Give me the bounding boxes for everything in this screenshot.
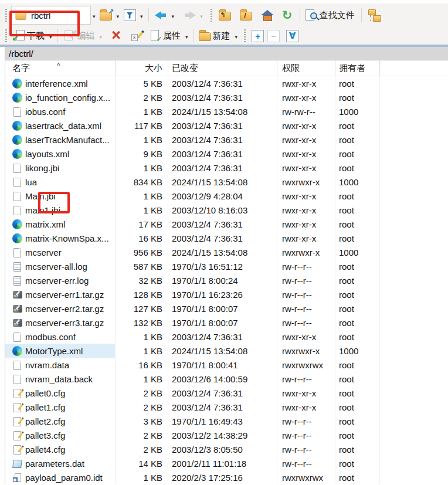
- edit-label: 编辑: [77, 30, 95, 42]
- file-row[interactable]: pallet1.cfg 2 KB 2003/12/4 7:36:31 rwxr-…: [5, 400, 448, 414]
- parent-directory-button[interactable]: ↰: [216, 8, 234, 23]
- open-directory-chevron-icon[interactable]: [117, 10, 120, 21]
- file-row[interactable]: interference.xml 5 KB 2003/12/4 7:36:31 …: [5, 76, 448, 90]
- delete-button[interactable]: [107, 28, 125, 43]
- file-row[interactable]: laserTrackManufact... 1 KB 2003/12/4 7:3…: [5, 133, 448, 147]
- download-button[interactable]: 下载: [11, 28, 47, 43]
- file-name: pallet4.cfg: [25, 445, 65, 455]
- column-header-permissions[interactable]: 权限: [277, 60, 335, 76]
- location-combo[interactable]: rbctrl: [11, 6, 91, 25]
- file-row[interactable]: likong.jbi 1 KB 2003/12/4 7:36:31 rwxr-x…: [5, 161, 448, 175]
- file-row[interactable]: lua 834 KB 2024/1/15 13:54:08 rwxrwxr-x …: [5, 175, 448, 189]
- forward-history-chevron-icon: [200, 10, 203, 21]
- file-row[interactable]: mcserver 956 KB 2024/1/15 13:54:08 rwxrw…: [5, 245, 448, 259]
- file-row[interactable]: payload_param0.idt 1 KB 2020/2/3 17:25:1…: [5, 470, 448, 484]
- file-name-cell: pallet3.cfg: [5, 428, 116, 442]
- cfg-file-icon: [12, 402, 22, 412]
- file-changed: 1970/1/3 16:51:12: [168, 259, 277, 273]
- file-owner: 1000: [335, 245, 380, 259]
- refresh-button[interactable]: [279, 8, 296, 23]
- file-row-filler: [380, 456, 448, 470]
- toolbar-grip[interactable]: [5, 29, 8, 42]
- column-header-owner[interactable]: 拥有者: [335, 60, 380, 76]
- file-changed: 1970/1/1 8:00:24: [168, 273, 277, 287]
- new-button[interactable]: 新建: [198, 28, 233, 43]
- file-owner: 1000: [335, 175, 380, 189]
- file-row[interactable]: matrix.xml 17 KB 2003/12/4 7:36:31 rwxr-…: [5, 217, 448, 231]
- file-row[interactable]: pallet0.cfg 2 KB 2003/12/4 7:36:31 rwxr-…: [5, 386, 448, 400]
- toolbar-grip[interactable]: [5, 9, 8, 22]
- invert-selection-button[interactable]: ∀: [286, 30, 298, 42]
- file-name-cell: matrix.xml: [5, 217, 116, 231]
- file-name: lua: [25, 177, 37, 187]
- file-changed: 1970/1/1 8:00:41: [168, 358, 277, 372]
- properties-button[interactable]: 属性: [148, 28, 184, 43]
- forward-button[interactable]: [181, 8, 198, 23]
- filter-icon: [124, 9, 136, 21]
- file-row[interactable]: mcserver-err2.tar.gz 127 KB 1970/1/1 8:0…: [5, 301, 448, 316]
- file-changed: 2003/12/4 7:36:31: [168, 90, 277, 104]
- edge-file-icon: [12, 219, 22, 229]
- file-row[interactable]: mcserver-all.log 587 KB 1970/1/3 16:51:1…: [5, 259, 448, 273]
- file-row[interactable]: iobus.conf 1 KB 2024/1/15 13:54:08 rw-rw…: [5, 104, 448, 118]
- new-chevron-icon[interactable]: [235, 30, 238, 41]
- file-row[interactable]: io_function_config.x... 2 KB 2003/12/4 7…: [5, 90, 448, 104]
- file-name: io_function_config.x...: [25, 93, 110, 103]
- synchronize-browsing-button[interactable]: [365, 8, 383, 23]
- filter-button[interactable]: [121, 8, 138, 23]
- file-size: 127 KB: [116, 301, 168, 316]
- dat-file-icon: [12, 459, 22, 469]
- refresh-icon: [282, 9, 293, 22]
- back-button[interactable]: [152, 8, 170, 23]
- file-row[interactable]: lasertrack_data.xml 117 KB 2003/12/4 7:3…: [5, 118, 448, 133]
- location-dropdown-chevron-icon[interactable]: [93, 10, 96, 21]
- open-directory-button[interactable]: ↗: [97, 8, 115, 23]
- file-owner: root: [335, 161, 380, 175]
- file-row[interactable]: MotorType.xml 1 KB 2024/1/15 13:54:08 rw…: [5, 344, 448, 358]
- find-files-label: 查找文件: [320, 10, 355, 21]
- new-folder-icon: [199, 32, 211, 41]
- file-size: 1 KB: [116, 189, 168, 203]
- home-directory-button[interactable]: [259, 8, 276, 23]
- home-icon: [261, 10, 274, 21]
- file-owner: root: [335, 428, 380, 442]
- file-row[interactable]: modbus.conf 1 KB 2003/12/4 7:36:31 rwxr-…: [5, 330, 448, 344]
- file-name: lasertrack_data.xml: [25, 121, 101, 131]
- file-name: parameters.dat: [25, 459, 84, 469]
- file-row[interactable]: mcserver-err.log 32 KB 1970/1/1 8:00:24 …: [5, 273, 448, 287]
- log-file-icon: [12, 262, 22, 272]
- column-header-changed[interactable]: 已改变: [168, 60, 277, 76]
- file-row[interactable]: nvram.data 16 KB 1970/1/1 8:00:41 rwxrwx…: [5, 358, 448, 372]
- file-row[interactable]: pallet3.cfg 2 KB 2003/12/2 14:38:29 rw-r…: [5, 428, 448, 442]
- file-row[interactable]: main1.jbi 1 KB 2003/12/10 8:16:03 rwxr-x…: [5, 203, 448, 217]
- file-row[interactable]: matrix-KnownSpa.x... 16 KB 2003/12/4 7:3…: [5, 231, 448, 245]
- file-row[interactable]: Main.jbi 1 KB 2003/12/9 4:28:04 rwxr-xr-…: [5, 189, 448, 203]
- file-row[interactable]: pallet4.cfg 2 KB 2003/12/3 8:05:50 rw-r-…: [5, 442, 448, 456]
- column-header-name[interactable]: 名字 ^: [5, 60, 116, 76]
- download-chevron-icon[interactable]: [49, 30, 52, 41]
- rename-button[interactable]: [128, 28, 146, 43]
- file-row[interactable]: pallet2.cfg 3 KB 1970/1/1 16:49:43 rw-r-…: [5, 414, 448, 428]
- location-combo-value: rbctrl: [31, 11, 87, 21]
- magnifier-icon: [310, 12, 317, 19]
- file-row[interactable]: layouts.xml 9 KB 2003/12/4 7:36:31 rwxr-…: [5, 147, 448, 161]
- find-files-button[interactable]: 查找文件: [304, 8, 358, 23]
- select-button[interactable]: +: [252, 30, 264, 42]
- file-row[interactable]: mcserver-err1.tar.gz 128 KB 1970/1/1 16:…: [5, 287, 448, 301]
- file-row[interactable]: mcserver-err3.tar.gz 132 KB 1970/1/1 8:0…: [5, 316, 448, 330]
- toolbar-grip[interactable]: [211, 9, 213, 22]
- path-bar[interactable]: /rbctrl/: [5, 47, 448, 60]
- column-header-size[interactable]: 大小: [116, 60, 168, 76]
- file-row[interactable]: parameters.dat 14 KB 2001/2/11 11:01:18 …: [5, 456, 448, 470]
- file-row-filler: [380, 273, 448, 287]
- back-history-chevron-icon[interactable]: [172, 10, 175, 21]
- file-row[interactable]: nvram_data.back 1 KB 2003/12/6 14:00:59 …: [5, 372, 448, 386]
- toolbar-grip[interactable]: [244, 29, 246, 42]
- properties-chevron-icon[interactable]: [185, 30, 188, 41]
- file-row-filler: [380, 161, 448, 175]
- root-directory-button[interactable]: /: [237, 8, 255, 23]
- filter-chevron-icon[interactable]: [140, 10, 143, 21]
- file-permissions: rw-r--r--: [277, 456, 335, 470]
- file-name-cell: pallet0.cfg: [5, 386, 116, 400]
- file-name: iobus.conf: [25, 107, 65, 117]
